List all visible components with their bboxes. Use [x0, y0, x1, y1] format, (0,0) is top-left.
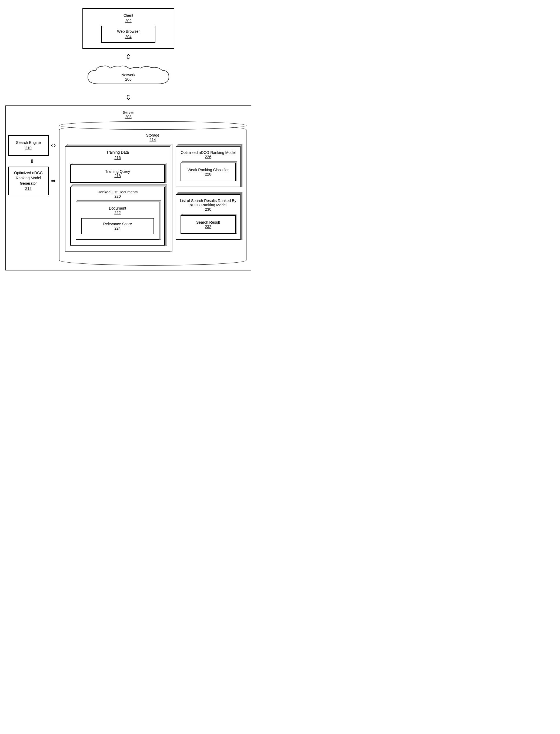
- search-engine-row: Search Engine 210 ⇔: [8, 135, 56, 155]
- client-box: Client 202 Web Browser 204: [82, 8, 174, 49]
- relevance-score-num: 224: [114, 226, 121, 230]
- web-browser-num: 204: [106, 34, 151, 40]
- search-results-list-stack: List of Search Results Ranked By nDCG Ra…: [176, 194, 241, 240]
- web-browser-box: Web Browser 204: [101, 26, 155, 43]
- training-query-text: Training Query: [105, 169, 130, 174]
- training-data-text: Training Data: [106, 150, 129, 154]
- horiz-arrow-icon-2: ⇔: [51, 177, 56, 184]
- search-results-list-text: List of Search Results Ranked By nDCG Ra…: [180, 198, 236, 207]
- left-column: Search Engine 210 ⇔ ⇕ Op: [10, 135, 54, 195]
- optimized-ndcg-text: Optimized nDCG Ranking Model: [181, 150, 235, 155]
- network-num: 206: [125, 77, 131, 81]
- training-data-num: 216: [114, 155, 121, 160]
- server-title: Server 208: [10, 110, 246, 119]
- horiz-arrow-1: ⇔: [51, 142, 56, 149]
- optimized-ndcg-num: 226: [205, 155, 211, 159]
- horiz-arrow-icon-1: ⇔: [51, 142, 56, 149]
- storage-right-col: Optimized nDCG Ranking Model 226 Weak Ra…: [176, 146, 241, 240]
- ndgc-gen-text: Optimized nDGC Ranking Model Generator: [14, 171, 43, 185]
- document-stack: Document 222 Relevance Score 224: [76, 202, 159, 240]
- arrow-network-server: ⇕: [125, 89, 131, 105]
- search-engine-num: 210: [25, 146, 31, 150]
- server-inner: Search Engine 210 ⇔ ⇕ Op: [10, 124, 246, 265]
- horiz-arrow-2: ⇔: [51, 177, 56, 184]
- double-arrow-icon: ⇕: [125, 53, 131, 60]
- search-results-list-box: List of Search Results Ranked By nDCG Ra…: [176, 194, 241, 240]
- server-box: Server 208 Search Engine 210 ⇔: [5, 105, 251, 270]
- relevance-score-box: Relevance Score 224: [81, 218, 154, 234]
- training-data-box: Training Data 216 Training Query: [65, 146, 170, 251]
- ndgc-gen-row: Optimized nDGC Ranking Model Generator 2…: [8, 167, 56, 195]
- search-result-stack: Search Result 232: [181, 215, 236, 234]
- client-num: 202: [87, 18, 169, 24]
- web-browser-text: Web Browser: [117, 29, 140, 34]
- document-text: Document: [109, 206, 126, 210]
- training-query-box: Training Query 218: [70, 164, 165, 183]
- search-result-text: Search Result: [196, 220, 220, 224]
- storage-title: Storage 214: [65, 133, 241, 142]
- client-text: Client: [124, 13, 133, 18]
- training-data-stack: Training Data 216 Training Query: [65, 146, 170, 251]
- network-text: Network: [121, 73, 135, 77]
- storage-area: Storage 214 Train: [59, 124, 246, 265]
- arrow-client-network: ⇕: [125, 49, 131, 65]
- network-label: Network 206: [121, 73, 135, 81]
- ranked-list-num: 220: [114, 194, 121, 198]
- web-browser-label: Web Browser 204: [106, 29, 151, 39]
- ranked-list-box: Ranked List Documents 220 Docu: [70, 187, 165, 245]
- network-cloud: Network 206: [82, 65, 174, 89]
- search-result-num: 232: [205, 224, 211, 229]
- weak-ranking-text: Weak Ranking Classifier: [188, 168, 229, 172]
- ndgc-gen-box: Optimized nDGC Ranking Model Generator 2…: [8, 167, 49, 195]
- storage-num: 214: [149, 137, 156, 142]
- document-num: 222: [114, 210, 121, 215]
- vert-arrow-icon-left: ⇕: [30, 158, 34, 164]
- training-query-stack: Training Query 218: [70, 164, 165, 183]
- storage-cylinder: Storage 214 Train: [59, 124, 246, 265]
- ranked-list-stack: Ranked List Documents 220 Docu: [70, 187, 165, 245]
- training-query-num: 218: [114, 174, 121, 178]
- ndgc-gen-num: 212: [25, 186, 31, 191]
- weak-ranking-stack: Weak Ranking Classifier 228: [181, 163, 236, 181]
- search-engine-box: Search Engine 210: [8, 135, 49, 155]
- server-text: Server: [123, 110, 134, 115]
- document-box: Document 222 Relevance Score 224: [76, 202, 159, 240]
- left-vert-arrow: ⇕: [30, 156, 34, 167]
- training-data-area: Training Data 216 Training Query: [65, 146, 170, 257]
- search-results-list-num: 230: [205, 207, 211, 211]
- storage-inner: Training Data 216 Training Query: [65, 146, 241, 257]
- diagram: Client 202 Web Browser 204 ⇕ Network 206…: [5, 8, 251, 270]
- ranked-list-text: Ranked List Documents: [98, 190, 138, 194]
- optimized-ndcg-box: Optimized nDCG Ranking Model 226 Weak Ra…: [176, 146, 241, 187]
- search-result-box: Search Result 232: [181, 215, 236, 234]
- search-engine-text: Search Engine: [16, 140, 41, 145]
- server-num: 208: [125, 115, 131, 119]
- double-arrow-icon-2: ⇕: [125, 94, 131, 101]
- client-label: Client 202: [87, 13, 169, 24]
- optimized-ndcg-stack: Optimized nDCG Ranking Model 226 Weak Ra…: [176, 146, 241, 187]
- weak-ranking-box: Weak Ranking Classifier 228: [181, 163, 236, 181]
- relevance-score-text: Relevance Score: [103, 222, 132, 226]
- storage-text: Storage: [146, 133, 159, 137]
- weak-ranking-num: 228: [205, 172, 211, 176]
